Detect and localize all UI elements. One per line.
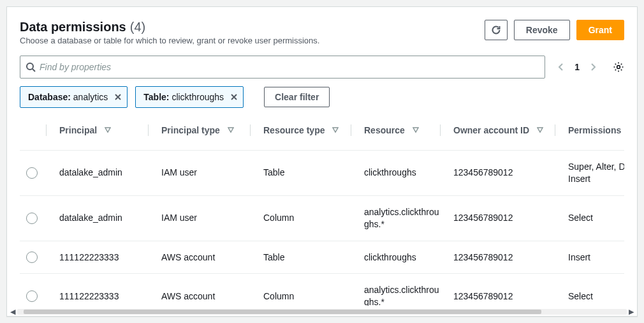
cell-principal: datalake_admin [53,196,155,241]
column-header-label: Principal [59,125,97,135]
filter-chip-database[interactable]: Database: analytics [20,86,128,108]
radio-icon [26,290,38,302]
close-icon [114,93,122,101]
filter-chip-key: Table: [143,92,169,102]
chevron-left-icon [558,62,564,72]
filter-chip-remove[interactable] [114,93,122,101]
filter-icon [332,127,339,133]
cell-owner-account-id: 123456789012 [447,196,562,241]
radio-icon [26,213,38,224]
filter-chip-value: clickthroughs [172,92,224,102]
cell-resource-type: Table [257,151,358,196]
cell-permissions: Select [562,274,624,306]
filter-bar: Database: analytics Table: clickthroughs… [20,86,624,108]
cell-owner-account-id: 123456789012 [447,241,562,274]
cell-principal-type: AWS account [155,274,257,306]
data-permissions-panel: Data permissions (4) Choose a database o… [6,6,638,317]
search-box[interactable] [20,56,545,79]
filter-icon [413,127,419,133]
cell-resource-type: Column [257,196,358,241]
cell-resource: clickthroughs [358,151,447,196]
refresh-button[interactable] [485,20,508,40]
table-scroll-area[interactable]: Principal Principal type Resource type R… [20,119,624,306]
cell-principal-type: AWS account [155,241,257,274]
filter-chip-remove[interactable] [230,93,238,101]
row-select-cell[interactable] [20,196,53,241]
column-header-principal-type[interactable]: Principal type [155,119,257,151]
column-header-label: Permissions [568,125,621,135]
next-page-button[interactable] [590,62,596,72]
filter-chip-table[interactable]: Table: clickthroughs [135,86,244,108]
svg-line-1 [33,69,35,71]
revoke-button[interactable]: Revoke [514,20,570,40]
cell-permissions: Super, Alter, Delete, Drop, Insert [562,151,624,196]
cell-permissions: Insert [562,241,624,274]
radio-icon [26,252,38,263]
column-header-label: Owner account ID [453,125,529,135]
column-header-label: Principal type [161,125,220,135]
close-icon [230,93,238,101]
cell-resource: analytics.clickthroughs.* [358,196,447,241]
filter-chip-value: analytics [73,92,108,102]
scroll-left-icon: ◀ [8,308,17,316]
column-header-select [20,119,53,151]
cell-resource: clickthroughs [358,241,447,274]
filter-icon [105,127,111,133]
column-header-resource[interactable]: Resource [358,119,447,151]
cell-owner-account-id: 123456789012 [447,274,562,306]
filter-chip-key: Database: [28,92,71,102]
cell-owner-account-id: 123456789012 [447,151,562,196]
prev-page-button[interactable] [558,62,564,72]
column-header-principal[interactable]: Principal [53,119,155,151]
pagination: 1 [558,61,624,73]
cell-permissions: Select [562,196,624,241]
scrollbar-track[interactable] [17,309,627,315]
grant-button[interactable]: Grant [576,20,624,40]
column-header-owner-account-id[interactable]: Owner account ID [447,119,562,151]
svg-point-2 [617,66,620,69]
cell-principal: 111122223333 [53,274,155,306]
cell-principal-type: IAM user [155,151,257,196]
cell-resource-type: Table [257,241,358,274]
item-count: (4) [130,20,145,34]
permissions-table: Principal Principal type Resource type R… [20,119,624,306]
cell-principal: 111122223333 [53,241,155,274]
row-select-cell[interactable] [20,151,53,196]
gear-icon [613,61,624,73]
page-number: 1 [574,62,580,72]
column-header-permissions[interactable]: Permissions [562,119,624,151]
page-title: Data permissions [20,20,126,34]
search-icon [26,62,36,72]
row-select-cell[interactable] [20,274,53,306]
filter-icon [537,127,543,133]
radio-icon [26,167,38,179]
cell-resource: analytics.clickthroughs.* [358,274,447,306]
clear-filter-button[interactable]: Clear filter [264,87,330,107]
column-header-resource-type[interactable]: Resource type [257,119,358,151]
svg-point-0 [27,63,33,70]
cell-principal: datalake_admin [53,151,155,196]
settings-button[interactable] [613,61,624,73]
column-header-label: Resource type [263,125,325,135]
chevron-right-icon [590,62,596,72]
search-input[interactable] [36,62,539,72]
scrollbar-thumb[interactable] [24,310,542,314]
horizontal-scrollbar[interactable]: ◀ ▶ [7,307,637,316]
row-select-cell[interactable] [20,241,53,274]
cell-resource-type: Column [257,274,358,306]
column-header-label: Resource [364,125,405,135]
filter-icon [228,127,234,133]
refresh-icon [491,25,501,35]
page-subtitle: Choose a database or table for which to … [20,36,485,45]
scroll-right-icon: ▶ [627,308,636,316]
cell-principal-type: IAM user [155,196,257,241]
